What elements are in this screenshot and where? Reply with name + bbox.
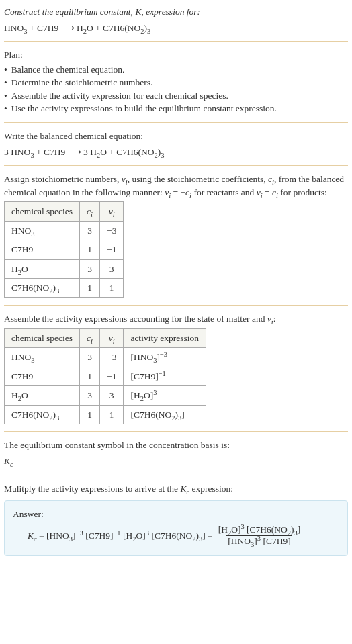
plan-title: Plan: [4,48,348,62]
th-vi: νi [100,202,124,222]
th-activity: activity expression [124,328,206,348]
kc-symbol: Kc [4,455,348,468]
stoich-intro: Assign stoichiometric numbers, νi, using… [4,173,348,199]
table-row: H2O 3 3 [H2O]3 [5,386,206,406]
bullet-icon: • [4,63,7,77]
plan-bullets: •Balance the chemical equation. •Determi… [4,63,348,116]
answer-box: Answer: Kc = [HNO3]−3 [C7H9]−1 [H2O]3 [C… [4,500,348,556]
plan-bullet-2: Determine the stoichiometric numbers. [11,76,153,89]
th-vi: νi [100,328,124,348]
unbalanced-equation: HNO3 + C7H9 ⟶ H2O + C7H6(NO2)3 [4,21,348,35]
bullet-icon: • [4,76,7,89]
table-header-row: chemical species ci νi activity expressi… [5,328,206,348]
divider [4,475,348,475]
plan-bullet-4: Use the activity expressions to build th… [11,102,277,116]
activity-section: Assemble the activity expressions accoun… [4,312,348,424]
kc-fraction: [H2O]3 [C7H6(NO2)3] [HNO3]3 [C7H9] [217,525,302,546]
multiply-intro-2: expression: [189,484,233,494]
bullet-icon: • [4,89,7,103]
bullet-icon: • [4,102,7,116]
table-row: C7H6(NO2)3 1 1 [5,279,124,298]
divider [4,165,348,166]
table-row: H2O 3 3 [5,259,124,279]
multiply-section: Mulitply the activity expressions to arr… [4,482,348,496]
plan-section: Plan: •Balance the chemical equation. •D… [4,48,348,116]
th-species: chemical species [5,202,80,222]
kc-symbol-section: The equilibrium constant symbol in the c… [4,439,348,467]
divider [4,431,348,432]
divider [4,41,348,42]
stoich-table: chemical species ci νi HNO3 3 −3 C7H9 1 … [4,201,124,298]
table-row: C7H9 1 −1 [5,240,124,260]
table-row: C7H9 1 −1 [C7H9]−1 [5,367,206,386]
th-ci: ci [80,328,100,348]
activity-table: chemical species ci νi activity expressi… [4,328,206,425]
stoich-section: Assign stoichiometric numbers, νi, using… [4,173,348,298]
prompt-text-1: Construct the equilibrium constant, [4,7,135,17]
table-row: C7H6(NO2)3 1 1 [C7H6(NO2)3] [5,405,206,424]
balanced-equation: 3 HNO3 + C7H9 ⟶ 3 H2O + C7H6(NO2)3 [4,146,348,159]
table-row: HNO3 3 −3 [HNO3]−3 [5,348,206,367]
plan-bullet-3: Assemble the activity expression for eac… [11,89,228,103]
kc-symbol-intro: The equilibrium constant symbol in the c… [4,439,348,452]
balanced-section: Write the balanced chemical equation: 3 … [4,130,348,158]
kc-expression: Kc = [HNO3]−3 [C7H9]−1 [H2O]3 [C7H6(NO2)… [13,525,339,546]
plan-bullet-1: Balance the chemical equation. [11,63,125,77]
divider [4,122,348,123]
question-prompt: Construct the equilibrium constant, K, e… [4,5,348,34]
activity-intro: Assemble the activity expressions accoun… [4,312,348,326]
answer-label: Answer: [13,508,339,521]
th-species: chemical species [5,328,80,348]
balanced-intro: Write the balanced chemical equation: [4,130,348,143]
prompt-text-2: , expression for: [141,7,200,17]
multiply-intro-1: Mulitply the activity expressions to arr… [4,484,180,494]
table-row: HNO3 3 −3 [5,221,124,240]
divider [4,305,348,306]
table-header-row: chemical species ci νi [5,202,124,222]
th-ci: ci [80,202,100,222]
